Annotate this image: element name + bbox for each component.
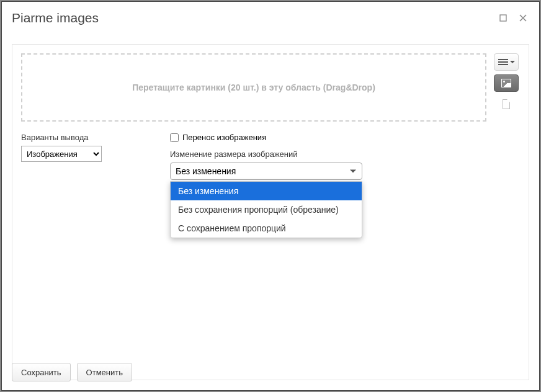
document-icon bbox=[503, 99, 510, 109]
hamburger-icon bbox=[498, 58, 508, 66]
resize-select[interactable]: Без изменения bbox=[170, 163, 362, 180]
wrap-label: Перенос изображения bbox=[182, 133, 266, 142]
menu-button[interactable] bbox=[494, 53, 519, 71]
dialog-header: Piarme images bbox=[2, 2, 539, 34]
caret-down-icon bbox=[510, 61, 515, 63]
top-row: Перетащите картинки (20 шт.) в эту облас… bbox=[21, 53, 520, 122]
cancel-button[interactable]: Отменить bbox=[77, 363, 132, 381]
options-column: Перенос изображения Изменение размера из… bbox=[170, 133, 520, 180]
inner-panel: Перетащите картинки (20 шт.) в эту облас… bbox=[12, 44, 529, 380]
dialog-title: Piarme images bbox=[12, 11, 99, 25]
resize-option-0[interactable]: Без изменения bbox=[171, 182, 362, 200]
wrap-checkbox-row: Перенос изображения bbox=[170, 133, 520, 142]
maximize-icon bbox=[499, 14, 507, 22]
resize-label: Изменение размера изображений bbox=[170, 149, 520, 159]
variants-column: Варианты вывода Изображения bbox=[21, 133, 145, 162]
dropzone-text: Перетащите картинки (20 шт.) в эту облас… bbox=[132, 82, 375, 92]
dialog: Piarme images Перетащите картинки (20 шт… bbox=[1, 1, 540, 391]
side-buttons bbox=[493, 53, 520, 113]
svg-rect-0 bbox=[500, 15, 506, 21]
resize-option-1[interactable]: Без сохранения пропорций (обрезание) bbox=[171, 200, 362, 219]
resize-select-wrapper: Без изменения Без изменения Без сохранен… bbox=[170, 163, 362, 180]
dialog-footer: Сохранить Отменить bbox=[12, 363, 132, 381]
maximize-button[interactable] bbox=[497, 12, 509, 24]
variants-label: Варианты вывода bbox=[21, 133, 145, 142]
dropzone[interactable]: Перетащите картинки (20 шт.) в эту облас… bbox=[21, 53, 486, 122]
document-mode-button[interactable] bbox=[494, 96, 519, 113]
variants-select[interactable]: Изображения bbox=[21, 146, 102, 162]
resize-dropdown-list: Без изменения Без сохранения пропорций (… bbox=[170, 181, 362, 238]
image-mode-button[interactable] bbox=[494, 74, 519, 92]
resize-option-2[interactable]: С сохранением пропорций bbox=[171, 219, 362, 238]
image-icon bbox=[501, 79, 511, 87]
close-icon bbox=[519, 14, 527, 22]
close-button[interactable] bbox=[517, 12, 529, 24]
form-row: Варианты вывода Изображения Перенос изоб… bbox=[21, 133, 520, 180]
wrap-checkbox[interactable] bbox=[170, 133, 179, 142]
dialog-body: Перетащите картинки (20 шт.) в эту облас… bbox=[2, 34, 539, 390]
save-button[interactable]: Сохранить bbox=[12, 363, 71, 381]
dialog-controls bbox=[497, 12, 529, 24]
